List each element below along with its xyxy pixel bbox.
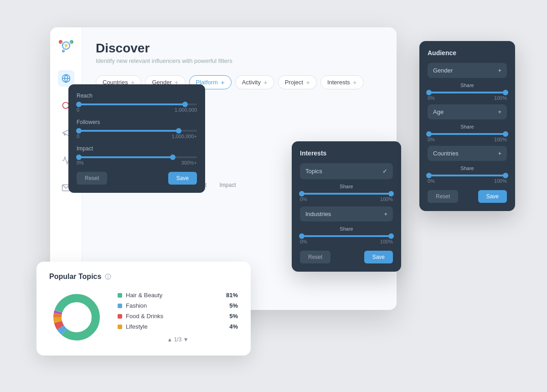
age-expand[interactable]: Age + — [428, 104, 507, 119]
followers-slider-row: Followers 0 1,000,000+ — [77, 119, 197, 139]
filter-interests[interactable]: Interests + — [320, 75, 364, 89]
impact-slider-row: Impact 0% 300%+ — [77, 145, 197, 165]
interests-share-slider[interactable] — [300, 193, 393, 195]
audience-countries-slider[interactable] — [428, 175, 507, 176]
svg-point-10 — [62, 103, 68, 108]
interests-title: Interests — [300, 150, 393, 157]
legend-fashion: Fashion 5% — [118, 302, 238, 309]
reach-slider[interactable] — [77, 103, 197, 105]
age-plus-icon: + — [498, 108, 501, 115]
reach-panel-footer: Reset Save — [77, 172, 197, 185]
followers-label: Followers — [77, 119, 197, 125]
sort-impact[interactable]: Impact — [215, 180, 240, 190]
page-subtitle: Identify new relevant influencers with p… — [96, 57, 383, 64]
audience-title: Audience — [428, 49, 507, 57]
reach-save-button[interactable]: Save — [168, 172, 197, 185]
countries-plus-icon: + — [498, 150, 501, 157]
reach-panel: Reach 0 1,000,000 Followers 0 1,000,000+ — [68, 84, 205, 193]
audience-panel-footer: Reset Save — [428, 190, 507, 203]
audience-gender-slider[interactable] — [428, 92, 507, 93]
legend-lifestyle: Lifestyle 4% — [118, 323, 238, 330]
gender-expand[interactable]: Gender + — [428, 63, 507, 78]
donut-chart — [49, 290, 104, 345]
impact-label: Impact — [77, 145, 197, 152]
reach-label: Reach — [77, 93, 197, 99]
industries-expand[interactable]: Industries + — [300, 206, 393, 222]
info-icon — [105, 273, 111, 280]
interests-reset-button[interactable]: Reset — [300, 251, 330, 263]
logo-icon — [57, 36, 75, 55]
topics-select[interactable]: Topics ✓ — [300, 163, 393, 179]
audience-reset-button[interactable]: Reset — [428, 190, 458, 203]
interests-share2-slider[interactable] — [300, 235, 393, 237]
legend-food-drinks: Food & Drinks 5% — [118, 313, 238, 320]
filter-activity[interactable]: Activity + — [235, 75, 274, 89]
topics-legend: Hair & Beauty 81% Fashion 5% Food & Drin… — [118, 292, 238, 343]
industries-plus-icon: + — [384, 211, 387, 217]
filter-project[interactable]: Project + — [278, 75, 317, 89]
interests-panel: Interests Topics ✓ Share 0% 100% Industr… — [292, 141, 401, 272]
audience-panel: Audience Gender + Share 0% 100% Age + Sh… — [419, 41, 515, 211]
reach-slider-row: Reach 0 1,000,000 — [77, 93, 197, 113]
interests-panel-footer: Reset Save — [300, 251, 393, 263]
page-title: Discover — [96, 41, 383, 56]
topics-card: Popular Topics — [36, 262, 251, 356]
sidebar-item-globe[interactable] — [58, 70, 74, 87]
legend-hair-beauty: Hair & Beauty 81% — [118, 292, 238, 299]
impact-slider[interactable] — [77, 156, 197, 158]
gender-plus-icon: + — [498, 67, 501, 74]
audience-save-button[interactable]: Save — [478, 190, 507, 203]
audience-age-slider[interactable] — [428, 133, 507, 135]
topics-body: Hair & Beauty 81% Fashion 5% Food & Drin… — [49, 290, 238, 345]
pagination: ▲ 1/3 ▼ — [118, 336, 238, 343]
followers-slider[interactable] — [77, 130, 197, 132]
svg-point-15 — [108, 278, 108, 278]
check-icon: ✓ — [382, 168, 387, 175]
reach-reset-button[interactable]: Reset — [77, 172, 107, 185]
topics-title: Popular Topics — [49, 273, 238, 281]
svg-point-22 — [63, 304, 90, 331]
interests-save-button[interactable]: Save — [364, 251, 393, 263]
countries-expand[interactable]: Countries + — [428, 146, 507, 161]
scene: Discover Identify new relevant influence… — [23, 14, 524, 378]
